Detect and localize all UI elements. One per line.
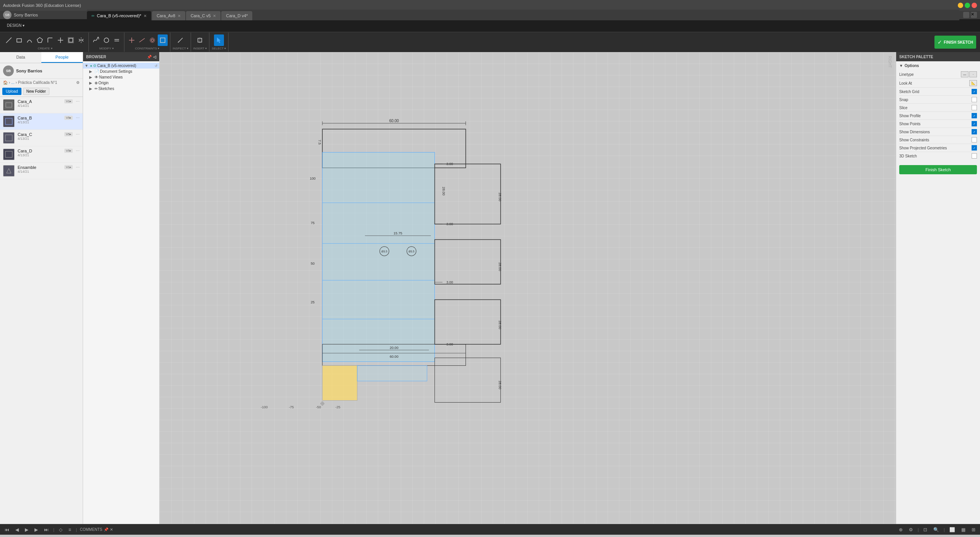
show-dimensions-checkbox[interactable]: ✓ [972,129,977,134]
zoom-fit-btn[interactable]: ⊡ [922,526,929,533]
show-constraints-checkbox[interactable] [972,137,977,142]
offset-tool-btn[interactable] [66,34,76,46]
keyframe-btn[interactable]: ◇ [57,526,64,533]
timeline-btn[interactable]: ≡ [67,526,73,533]
file-item-cara-c[interactable]: Cara_C 4/13/21 V5▸ ⋯ [0,130,83,146]
browser-pin-btn[interactable]: 📌 [147,55,152,59]
show-projected-checkbox[interactable]: ✓ [972,145,977,151]
tree-item-root[interactable]: ▼ ● ⚙ Cara_B (v5-recovered) ↺ [83,63,159,69]
fillet-tool-btn[interactable] [45,34,55,46]
trim-tool-btn[interactable] [56,34,65,46]
status-home-btn[interactable]: ⊕ [897,526,904,533]
display-mode-btn[interactable]: ▦ [960,526,967,533]
tree-item-origin[interactable]: ▶ ⊕ Origin [83,80,159,86]
grid-control: ✓ [972,89,977,94]
file-item-cara-d[interactable]: Cara_D 4/13/21 V5▸ ⋯ [0,146,83,163]
select-mode-btn[interactable] [158,34,168,46]
tab-cara-c-close[interactable]: ✕ [213,14,216,18]
tab-cara-d[interactable]: Cara_D v4* [221,11,252,20]
status-settings-btn[interactable]: ⚙ [907,526,915,533]
design-btn[interactable]: DESIGN ▾ [5,21,27,31]
select-label: SELECT ▾ [212,47,226,51]
window-close-btn[interactable]: ✕ [971,12,977,18]
file-item-cara-a[interactable]: Cara_A 4/14/21 V1▸ ⋯ [0,97,83,113]
close-btn[interactable] [972,3,977,8]
spline-btn[interactable] [91,34,101,46]
circle-btn[interactable] [101,34,111,46]
concentric-btn[interactable] [147,34,157,46]
show-points-checkbox[interactable]: ✓ [972,121,977,126]
show-profile-checkbox[interactable]: ✓ [972,113,977,118]
tab-cara-a-close[interactable]: ✕ [178,14,181,18]
view-cube-btn[interactable]: ⬜ [948,526,957,533]
grid-checkbox[interactable]: ✓ [972,89,977,94]
tab-data[interactable]: Data [0,52,41,63]
next-btn[interactable]: ▶ [33,526,39,533]
tree-item-named-views[interactable]: ▶ 👁 Named Views [83,74,159,80]
svg-rect-38 [435,300,501,344]
coincident-btn[interactable] [127,34,137,46]
polygon-tool-btn[interactable] [35,34,45,46]
comments-pin-icon[interactable]: 📌 [104,527,108,532]
tree-expand-views: ▶ [89,75,94,79]
show-constraints-control [972,137,977,142]
svg-rect-42 [357,365,427,381]
finish-sketch-large-btn[interactable]: Finish Sketch [899,165,977,174]
tab-cara-c[interactable]: Cara_C v5 ✕ [186,11,221,20]
finish-sketch-btn[interactable]: ✓ FINISH SKETCH [934,36,976,49]
lookat-btn[interactable]: 📐 [969,80,977,86]
new-folder-btn[interactable]: New Folder [23,88,49,95]
browser-expand-btn[interactable]: ◁ [153,55,156,59]
breadcrumb-settings[interactable]: ⚙ [76,80,80,85]
file-more-cara-d[interactable]: ⋯ [76,149,80,153]
prev-frame-btn[interactable]: ⏮ [3,526,11,533]
file-item-ensamble[interactable]: Ensamble 4/14/21 V1▸ ⋯ [0,163,83,179]
grid-display-btn[interactable]: ⊞ [970,526,977,533]
tree-label-named-views: Named Views [99,75,158,79]
breadcrumb-dots[interactable]: ... [11,80,14,85]
arc-tool-btn[interactable] [24,34,34,46]
play-btn[interactable]: ▶ [23,526,30,533]
file-item-cara-b[interactable]: Cara_B 4/13/21 V5▸ ⋯ [0,113,83,130]
file-thumb-cara-b [3,116,15,127]
collinear-btn[interactable] [137,34,147,46]
measure-btn[interactable] [175,34,185,46]
select-btn[interactable] [214,34,224,46]
comments-close-icon[interactable]: ✕ [110,527,113,532]
tab-cara-c-label: Cara_C v5 [191,13,211,18]
equal-btn[interactable] [112,34,122,46]
show-points-label: Show Points [899,122,970,126]
maximize-btn[interactable] [965,3,970,8]
tab-cara-b[interactable]: ✏ Cara_B (v5-recovered)* ✕ [87,11,151,20]
next-frame-btn[interactable]: ⏭ [42,526,50,533]
canvas-area[interactable]: RIGHT 60.00 [160,52,896,524]
rect-tool-btn[interactable] [14,34,24,46]
linetype-btn-1[interactable]: — [961,71,969,77]
collapse-icon[interactable]: ▼ [899,64,903,68]
status-sep-1: | [53,527,54,532]
line-tool-btn[interactable] [4,34,14,46]
upload-btn[interactable]: Upload [2,88,21,95]
file-tag-cara-a: V1▸ [64,99,73,103]
prev-btn[interactable]: ◀ [14,526,20,533]
slice-checkbox[interactable] [972,105,977,110]
insert-btn[interactable] [195,34,205,46]
tab-cara-a[interactable]: Cara_Av8 ✕ [152,11,185,20]
file-more-cara-b[interactable]: ⋯ [76,116,80,120]
minimize-btn[interactable] [958,3,963,8]
mirror-tool-btn[interactable] [76,34,86,46]
tab-people[interactable]: People [41,52,83,63]
zoom-in-btn[interactable]: 🔍 [932,526,941,533]
snap-checkbox[interactable] [972,97,977,102]
3d-sketch-checkbox[interactable] [972,153,977,159]
breadcrumb-home[interactable]: 🏠 [3,80,8,85]
file-more-cara-a[interactable]: ⋯ [76,99,80,103]
restore-btn[interactable] [963,12,969,18]
file-more-ensamble[interactable]: ⋯ [76,165,80,169]
tab-cara-b-close[interactable]: ✕ [144,14,147,18]
file-more-cara-c[interactable]: ⋯ [76,132,80,136]
linetype-btn-2[interactable]: · [969,71,977,77]
tree-item-sketches[interactable]: ▶ ✏ Sketches [83,86,159,92]
inspect-label: INSPECT ▾ [173,47,188,51]
tree-item-doc-settings[interactable]: ▶ 📄 Document Settings [83,69,159,74]
